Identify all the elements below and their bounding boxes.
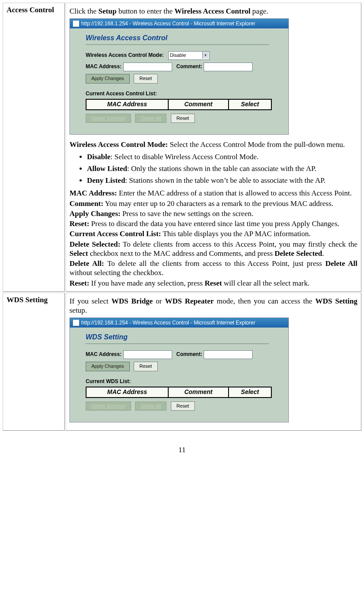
th-comment: Comment (168, 387, 229, 398)
delete-all-line: Delete All: To delete all the clients fr… (69, 259, 357, 278)
comment-label: Comment: (177, 63, 202, 70)
panel-heading: Wireless Access Control (86, 34, 269, 45)
mode-deny-item: Deny Listed: Stations shown in the table… (87, 176, 357, 185)
mac-label: MAC Address: (86, 63, 121, 70)
delete-selected-line: Delete Selected: To delete clients from … (69, 240, 357, 258)
reset-list-button[interactable]: Reset (171, 114, 195, 123)
row-content-access-control: Click the Setup button to enter the Wire… (66, 3, 361, 292)
th-select: Select (229, 99, 271, 110)
current-list-label: Current Access Control List: (86, 91, 281, 97)
comment-input[interactable] (204, 350, 253, 359)
mode-label: Wireless Access Control Mode: (86, 52, 164, 58)
th-mac: MAC Address (86, 387, 168, 398)
ie-icon (73, 319, 80, 326)
mac-input[interactable] (123, 350, 172, 359)
window-titlebar: http://192.168.1.254 - Wireless Access C… (70, 318, 288, 328)
apply-line: Apply Changes: Press to save the new set… (69, 209, 357, 218)
apply-changes-button[interactable]: Apply Changes (86, 362, 130, 371)
window-title-text: http://192.168.1.254 - Wireless Access C… (81, 320, 255, 326)
apply-changes-button[interactable]: Apply Changes (86, 74, 130, 84)
row-mac-comment: MAC Address: Comment: (86, 350, 281, 359)
mac-input[interactable] (123, 63, 172, 71)
window-title-text: http://192.168.1.254 - Wireless Access C… (81, 21, 255, 27)
mode-list: Disable: Select to disable Wireless Acce… (69, 152, 357, 185)
intro-line-2: If you select WDS Bridge or WDS Repeater… (69, 297, 357, 315)
screenshot-wireless-access-control: http://192.168.1.254 - Wireless Access C… (69, 18, 289, 135)
row-label-access-control: Access Control (3, 3, 65, 292)
wacm-line: Wireless Access Control Mode: Select the… (69, 140, 357, 149)
panel-heading: WDS Setting (86, 333, 269, 344)
row-label-wds: WDS Setting (3, 293, 65, 431)
row-content-wds: If you select WDS Bridge or WDS Repeater… (66, 293, 361, 431)
current-line: Current Access Control List: This table … (69, 229, 357, 238)
definition-table: Access Control Click the Setup button to… (2, 2, 362, 432)
wds-table: MAC Address Comment Select (86, 387, 272, 398)
delete-all-button[interactable]: Delete All (135, 401, 166, 411)
window-titlebar: http://192.168.1.254 - Wireless Access C… (70, 19, 288, 28)
mode-select[interactable]: Disable (168, 51, 210, 60)
th-select: Select (229, 387, 271, 398)
row-mode: Wireless Access Control Mode: Disable (86, 51, 281, 60)
mac-label: MAC Address: (86, 351, 121, 357)
reset-button[interactable]: Reset (134, 74, 158, 84)
intro-line-1: Click the Setup button to enter the Wire… (69, 7, 357, 16)
reset1-line: Reset: Press to discard the data you hav… (69, 219, 357, 228)
reset-list-button[interactable]: Reset (171, 401, 195, 411)
delete-selected-button[interactable]: Delete Selected (86, 401, 131, 411)
comment-input[interactable] (204, 63, 253, 71)
row-mac-comment: MAC Address: Comment: (86, 63, 281, 71)
mac-line: MAC Address: Enter the MAC address of a … (69, 188, 357, 198)
page-number: 11 (0, 446, 364, 454)
mode-disable-item: Disable: Select to disable Wireless Acce… (87, 152, 357, 161)
reset2-line: Reset: If you have made any selection, p… (69, 279, 357, 288)
comment-line: Comment: You may enter up to 20 characte… (69, 199, 357, 208)
mode-allow-item: Allow Listed: Only the stations shown in… (87, 164, 357, 173)
ie-icon (73, 20, 80, 27)
th-mac: MAC Address (86, 99, 168, 110)
comment-label: Comment: (177, 351, 202, 357)
delete-all-button[interactable]: Delete All (135, 114, 166, 123)
delete-selected-button[interactable]: Delete Selected (86, 114, 131, 123)
reset-button[interactable]: Reset (134, 362, 158, 371)
th-comment: Comment (168, 99, 229, 110)
screenshot-wds-setting: http://192.168.1.254 - Wireless Access C… (69, 317, 289, 422)
current-list-label: Current WDS List: (86, 378, 281, 385)
access-control-table: MAC Address Comment Select (86, 99, 272, 110)
